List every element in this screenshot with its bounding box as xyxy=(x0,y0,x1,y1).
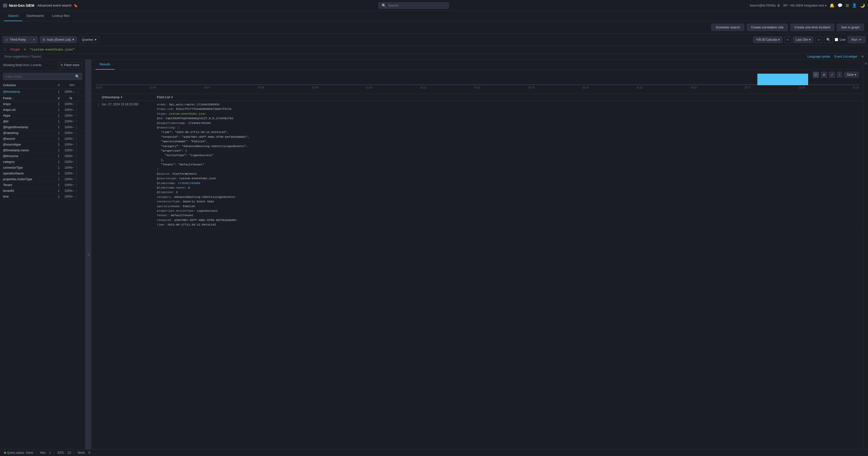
field-menu-button[interactable]: ⋮ xyxy=(75,102,78,106)
datasource-selector[interactable]: ⊙ Third Party ▾ xyxy=(2,36,38,43)
create-incident-button[interactable]: Create one-time incident xyxy=(790,24,835,31)
field-add-button[interactable]: + xyxy=(72,131,74,135)
field-add-button[interactable]: + xyxy=(72,183,74,187)
bell-icon[interactable]: 🔔 xyxy=(830,3,835,8)
field-menu-button[interactable]: ⋮ xyxy=(75,120,78,123)
toolbar: Schedule search Create correlation rule … xyxy=(0,21,868,34)
field-menu-button[interactable]: ⋮ xyxy=(75,160,78,164)
field-add-button[interactable]: + xyxy=(72,149,74,152)
field-menu-button[interactable]: ⋮ xyxy=(75,149,78,152)
collapse-panel-button[interactable]: « xyxy=(86,60,92,449)
create-correlation-button[interactable]: Create correlation rule xyxy=(747,24,788,31)
search-bar[interactable]: 🔍 Search xyxy=(378,2,449,9)
event-list-widget-link[interactable]: Event List widget xyxy=(834,55,857,58)
event-field-sourcetype: @sourcetype: custom-eventhubs-json xyxy=(157,176,859,181)
crosshair-tool-button[interactable]: ⊕ xyxy=(821,72,827,78)
fetch-more-button[interactable]: ↻ Fetch more xyxy=(58,62,82,68)
grid-icon[interactable]: ⊞ xyxy=(846,3,849,8)
tab-results[interactable]: Results xyxy=(96,60,115,70)
pencil-tool-button[interactable]: ✏ xyxy=(813,72,819,78)
field-actions: + ⋮ xyxy=(72,120,82,123)
time-next-button[interactable]: > xyxy=(815,36,822,43)
field-add-button[interactable]: + xyxy=(72,114,74,118)
timezone-button[interactable]: +05:30 Calcutta ▾ xyxy=(753,36,782,43)
bookmark-icon[interactable]: 🔖 xyxy=(73,3,78,7)
field-menu-button[interactable]: ⋮ xyxy=(75,131,78,135)
field-pct: 100% xyxy=(60,154,72,158)
live-toggle[interactable]: Live xyxy=(835,38,846,41)
zoom-in-button[interactable]: ⤢ xyxy=(829,72,835,78)
column-remove-button[interactable]: — xyxy=(72,90,76,94)
field-add-button[interactable]: + xyxy=(72,102,74,106)
suggestions-label[interactable]: Show suggestions (^Space) xyxy=(4,55,41,58)
event-row-header[interactable]: ⋮ Jun. 27, 2024 15:18:22.000 #repo: 3pi_… xyxy=(92,101,863,229)
field-menu-button[interactable]: ⋮ xyxy=(75,183,78,187)
save-label: Save xyxy=(847,73,854,76)
field-menu-button[interactable]: ⋮ xyxy=(75,137,78,140)
field-actions: + ⋮ xyxy=(72,183,82,187)
queries-selector[interactable]: Queries ▾ xyxy=(79,36,99,43)
field-pct: 100% xyxy=(60,149,72,152)
event-field-rawstring: @rawstring: { xyxy=(157,125,859,130)
timerange-button[interactable]: Last 15m ▾ xyxy=(793,36,813,43)
live-checkbox[interactable] xyxy=(835,38,838,41)
event-list-selector[interactable]: ⊙ Auto (Event List) ▾ xyxy=(40,36,77,43)
run-icon: ↵ xyxy=(859,38,862,41)
field-menu-button[interactable]: ⋮ xyxy=(75,172,78,175)
field-menu-button[interactable]: ⋮ xyxy=(75,125,78,129)
field-add-button[interactable]: + xyxy=(72,154,74,158)
save-dropdown[interactable]: Save ▾ xyxy=(844,72,859,78)
event-expand-button[interactable]: ⋮ xyxy=(96,102,101,107)
field-menu-button[interactable]: ⋮ xyxy=(75,166,78,169)
workspace-selector[interactable]: 3PI - NG-SIEM Integration test ▾ xyxy=(783,4,827,7)
field-menu-button[interactable]: ⋮ xyxy=(75,189,78,193)
refresh-icon: ↻ xyxy=(61,63,63,67)
sidebar-field-icon[interactable]: ≡ xyxy=(865,62,867,66)
field-add-button[interactable]: + xyxy=(72,143,74,146)
field-pct: 100% xyxy=(60,195,72,198)
moon-icon[interactable]: 🌙 xyxy=(860,3,865,8)
timestamp-col-header[interactable]: @timestamp ▾ xyxy=(101,96,157,99)
column-menu-button[interactable]: ⋮ xyxy=(77,90,80,94)
user-icon[interactable]: 👤 xyxy=(852,3,857,8)
fields-sort-icon[interactable]: ↓ xyxy=(13,97,14,100)
field-add-button[interactable]: + xyxy=(72,172,74,175)
search-time-button[interactable]: 🔍 xyxy=(824,36,833,43)
field-add-button[interactable]: + xyxy=(72,137,74,140)
field-add-button[interactable]: + xyxy=(72,160,74,164)
field-menu-button[interactable]: ⋮ xyxy=(75,143,78,146)
field-add-button[interactable]: + xyxy=(72,177,74,181)
field-row-repo: #repo 1 100% + ⋮ xyxy=(0,101,85,107)
hamburger-icon[interactable] xyxy=(3,4,7,7)
chat-icon[interactable]: 💬 xyxy=(838,3,843,8)
zoom-out-button[interactable]: ↕ xyxy=(837,72,842,78)
field-add-button[interactable]: + xyxy=(72,195,74,198)
tab-search[interactable]: Search xyxy=(4,11,22,21)
app-logo[interactable]: Next-Gen SIEM xyxy=(3,3,34,7)
field-add-button[interactable]: + xyxy=(72,108,74,111)
field-menu-button[interactable]: ⋮ xyxy=(75,108,78,111)
field-menu-button[interactable]: ⋮ xyxy=(75,114,78,118)
time-prev-button[interactable]: < xyxy=(784,36,791,43)
field-menu-button[interactable]: ⋮ xyxy=(75,154,78,158)
language-syntax-link[interactable]: Language syntax xyxy=(807,55,830,58)
event-field-id: @id: tqAxIN2Hfoq9tGm3w5gt62jf_0_0_171948… xyxy=(157,116,859,121)
field-count: 1 xyxy=(50,102,60,106)
field-add-button[interactable]: + xyxy=(72,120,74,123)
field-add-button[interactable]: + xyxy=(72,189,74,193)
field-list-sort-icon: ▾ xyxy=(171,96,173,99)
field-add-button[interactable]: + xyxy=(72,125,74,129)
filter-fields-input[interactable] xyxy=(6,75,73,78)
chart-bars xyxy=(96,73,859,85)
results-tab-label: Results xyxy=(100,62,111,66)
settings-icon[interactable]: ⚙ xyxy=(861,55,864,58)
field-list-col-header[interactable]: Field List ▾ xyxy=(157,96,859,99)
field-add-button[interactable]: + xyxy=(72,166,74,169)
see-in-graph-button[interactable]: See in graph xyxy=(837,24,864,31)
tab-dashboards[interactable]: Dashboards xyxy=(22,11,48,21)
tab-lookup-files[interactable]: Lookup files xyxy=(48,11,73,21)
field-menu-button[interactable]: ⋮ xyxy=(75,195,78,198)
schedule-search-button[interactable]: Schedule search xyxy=(711,24,744,31)
field-menu-button[interactable]: ⋮ xyxy=(75,177,78,181)
run-button[interactable]: Run ↵ xyxy=(848,36,866,43)
